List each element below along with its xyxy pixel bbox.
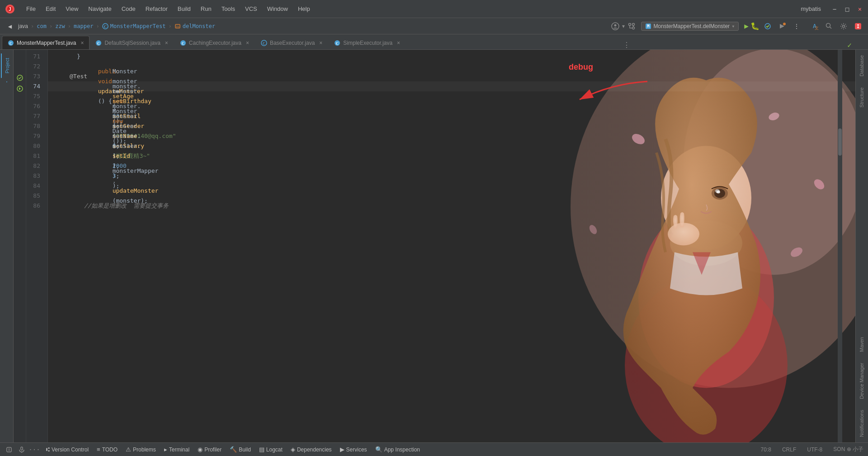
coverage-button[interactable]	[761, 20, 774, 33]
bottom-logcat[interactable]: ▤ Logcat	[255, 445, 286, 454]
tab-close-simpleexecutor[interactable]: ×	[397, 40, 400, 46]
bottom-more-icon[interactable]: ···	[29, 444, 40, 455]
tabs-overflow-button[interactable]: ⋮	[619, 41, 634, 49]
menu-vcs[interactable]: VCS	[241, 4, 262, 14]
line-ending-indicator[interactable]: CRLF	[779, 446, 799, 454]
bottom-todo[interactable]: ≡ TODO	[93, 445, 121, 454]
sidebar-tab-notifications[interactable]: Notifications	[856, 404, 868, 442]
cursor-position[interactable]: 70:8	[758, 446, 774, 454]
breakpoint-gutter-81[interactable]	[15, 160, 24, 169]
breakpoint-gutter-78[interactable]	[15, 128, 24, 137]
sidebar-tab-project[interactable]: Project	[1, 53, 13, 78]
tab-monstermappertest[interactable]: C MonsterMapperTest.java ×	[2, 36, 90, 49]
code-line-85[interactable]	[48, 191, 855, 201]
bottom-terminal[interactable]: ▸ Terminal	[160, 445, 193, 454]
breadcrumb-method[interactable]: delMonster	[183, 23, 215, 29]
code-line-81[interactable]: monster. setSalary ( 2000 );	[48, 151, 855, 161]
idea-icon[interactable]: I	[852, 20, 864, 33]
breadcrumb-zzw[interactable]: zzw	[55, 23, 65, 29]
minimize-button[interactable]: −	[830, 5, 839, 14]
menu-refactor[interactable]: Refactor	[141, 4, 172, 14]
bottom-app-inspection[interactable]: 🔍 App Inspection	[372, 445, 424, 454]
menu-tools[interactable]: Tools	[217, 4, 240, 14]
profile-run-button[interactable]	[776, 20, 788, 33]
tab-close-baseexecutor[interactable]: ×	[319, 40, 322, 46]
code-line-80[interactable]: monster. setName ( "梅花鹿精3~" );	[48, 141, 855, 151]
git-user-indicator[interactable]: SON ⊕ 小子	[830, 445, 866, 454]
menu-build[interactable]: Build	[173, 4, 195, 14]
tab-close-cachingexecutor[interactable]: ×	[246, 40, 249, 46]
translate-icon[interactable]: A 文	[808, 20, 821, 33]
bottom-mic-icon[interactable]	[16, 444, 27, 455]
bottom-dependencies[interactable]: ◈ Dependencies	[287, 445, 335, 454]
bottom-services[interactable]: ▶ Services	[336, 445, 371, 454]
code-line-82[interactable]: monster. setId ( 3 );	[48, 161, 855, 171]
code-line-72[interactable]	[48, 62, 855, 71]
breakpoint-gutter-72[interactable]	[15, 62, 24, 71]
breakpoint-gutter-83[interactable]	[15, 182, 24, 191]
menu-edit[interactable]: Edit	[41, 4, 60, 14]
sidebar-tab-structure[interactable]: Structure	[856, 82, 868, 113]
breakpoint-gutter-75[interactable]	[15, 95, 24, 104]
tab-defaultsqlsession[interactable]: C DefaultSqlSession.java ×	[90, 36, 174, 49]
tab-baseexecutor[interactable]: C BaseExecutor.java ×	[255, 36, 328, 49]
tab-close-defaultsqlsession[interactable]: ×	[165, 40, 168, 46]
build-label: Build	[239, 446, 251, 453]
line-num-75: 75	[26, 91, 44, 101]
code-editor[interactable]: debug } @Test public void updat	[48, 50, 855, 442]
code-line-84[interactable]: monsterMapper . updateMonster (monster);	[48, 181, 855, 191]
titlebar: J File Edit View Navigate Code Refactor …	[0, 0, 868, 18]
debug-button[interactable]: 🐛	[750, 22, 760, 30]
breadcrumb-mapper[interactable]: mapper	[74, 23, 93, 29]
breadcrumb-com[interactable]: com	[37, 23, 47, 29]
run-button[interactable]: ▶	[744, 22, 749, 30]
breakpoint-gutter-76[interactable]	[15, 106, 24, 115]
menu-file[interactable]: File	[22, 4, 40, 14]
bottom-build[interactable]: 🔨 Build	[226, 445, 255, 454]
encoding-indicator[interactable]: UTF-8	[804, 446, 825, 454]
breakpoint-gutter-74[interactable]	[15, 84, 24, 93]
menu-code[interactable]: Code	[117, 4, 140, 14]
maximize-button[interactable]: □	[843, 5, 852, 14]
left-gutter	[14, 50, 26, 442]
nav-back-button[interactable]: ◀	[4, 20, 16, 33]
editor-scrollbar[interactable]	[838, 50, 842, 442]
svg-point-9	[629, 23, 631, 25]
breakpoint-gutter-80[interactable]	[15, 149, 24, 158]
sidebar-tab-device-manager[interactable]: Device Manager	[856, 357, 868, 404]
code-line-86[interactable]: //如果是增删改 需要提交事务	[48, 201, 855, 211]
breakpoint-gutter-79[interactable]	[15, 138, 24, 147]
menu-help[interactable]: Help	[293, 4, 315, 14]
bottom-expand-icon[interactable]	[4, 444, 14, 455]
breakpoint-gutter-84[interactable]	[15, 193, 24, 202]
sidebar-tab-database[interactable]: Database	[856, 50, 868, 82]
menu-view[interactable]: View	[61, 4, 83, 14]
code-line-79[interactable]: monster. setGender ( 0 );	[48, 131, 855, 141]
more-run-options[interactable]: ⋮	[790, 20, 803, 33]
code-line-74[interactable]: public void updateMonster () {	[48, 81, 855, 91]
breadcrumb-class[interactable]: MonsterMapperTest	[110, 23, 166, 29]
tab-close-monstermappertest[interactable]: ×	[80, 40, 84, 46]
bottom-profiler[interactable]: ◉ Profiler	[194, 445, 225, 454]
breakpoint-gutter-71[interactable]	[15, 52, 24, 61]
code-line-73[interactable]: @Test	[48, 71, 855, 81]
close-button[interactable]: ×	[855, 5, 864, 14]
breakpoint-gutter-77[interactable]	[15, 117, 24, 126]
scrollbar-thumb[interactable]	[838, 128, 842, 156]
breakpoint-gutter-82[interactable]	[15, 171, 24, 180]
menu-run[interactable]: Run	[196, 4, 216, 14]
code-line-83[interactable]	[48, 171, 855, 181]
search-everywhere-button[interactable]	[823, 20, 835, 33]
tab-cachingexecutor[interactable]: C CachingExecutor.java ×	[174, 36, 255, 49]
settings-button[interactable]	[837, 20, 850, 33]
code-line-78[interactable]: monster. setEmail ( "978964140@qq.com" )…	[48, 121, 855, 131]
code-line-71[interactable]: }	[48, 52, 855, 62]
svg-text:C: C	[104, 24, 107, 29]
menu-navigate[interactable]: Navigate	[84, 4, 116, 14]
sidebar-tab-maven[interactable]: Maven	[856, 332, 868, 357]
bottom-version-control[interactable]: ⑆ Version Control	[42, 445, 92, 454]
breakpoint-gutter-73[interactable]	[15, 73, 24, 82]
bottom-problems[interactable]: ⚠ Problems	[122, 445, 160, 454]
menu-window[interactable]: Window	[263, 4, 292, 14]
tab-simpleexecutor[interactable]: C SimpleExecutor.java ×	[328, 36, 406, 49]
